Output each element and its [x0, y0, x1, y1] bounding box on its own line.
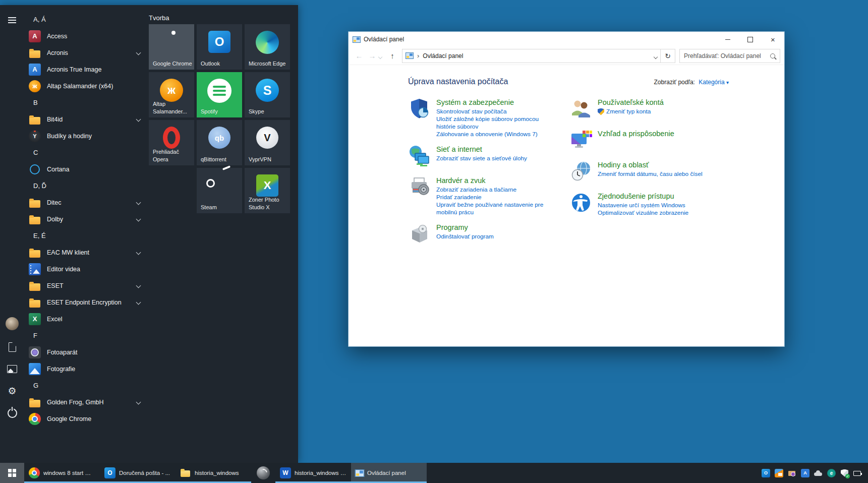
start-app-cortana[interactable]: Cortana	[24, 161, 147, 177]
task-link[interactable]: Pridať zariadenie	[436, 194, 556, 201]
network-globe-icon[interactable]	[408, 144, 431, 169]
task-link[interactable]: Zmeniť formát dátumu, času alebo čísel	[598, 170, 718, 178]
start-app-dolby[interactable]: Dolby	[24, 211, 147, 227]
task-link-with-shield[interactable]: Zmeniť typ konta	[598, 108, 718, 115]
start-app-acronis-true-image[interactable]: Acronis True Image	[24, 61, 147, 78]
start-app-acronis[interactable]: Acronis	[24, 44, 147, 61]
task-link[interactable]: Optimalizovať vizuálne zobrazenie	[598, 209, 718, 217]
tile-group-title[interactable]: Tvorba	[149, 11, 293, 24]
titlebar[interactable]: Ovládací panel ×	[349, 32, 784, 47]
task-link[interactable]: Zobraziť stav siete a sieťové úlohy	[436, 155, 556, 162]
tray-battery-icon[interactable]	[853, 469, 862, 477]
start-app-eset[interactable]: ESET	[24, 277, 147, 294]
category-title[interactable]: Systém a zabezpečenie	[436, 98, 556, 106]
tile-vyprvpn[interactable]: VVyprVPN	[245, 120, 290, 165]
tray-outlook-icon[interactable]: O	[762, 469, 770, 477]
start-app-alarms-clock[interactable]: Budíky a hodiny	[24, 128, 147, 144]
appearance-monitor-icon[interactable]	[569, 129, 593, 154]
tray-clipboard-icon[interactable]	[788, 469, 796, 477]
tile-google-chrome[interactable]: Google Chrome	[149, 24, 194, 70]
start-app-google-chrome[interactable]: Google Chrome	[24, 410, 147, 427]
taskbar-button-outlook[interactable]: O Doručená pošta - ...	[100, 463, 176, 483]
category-title[interactable]: Programy	[436, 223, 556, 231]
minimize-button[interactable]	[716, 32, 739, 47]
printer-hardware-icon[interactable]	[408, 175, 431, 216]
start-button[interactable]	[0, 463, 24, 483]
start-section-d[interactable]: D, Ď	[24, 177, 147, 194]
start-app-bit4id[interactable]: Bit4id	[24, 111, 147, 128]
breadcrumb-item[interactable]: Ovládací panel	[423, 52, 463, 59]
category-title[interactable]: Používateľské kontá	[598, 98, 718, 106]
breadcrumb[interactable]: › Ovládací panel	[402, 49, 661, 63]
task-link[interactable]: Zobraziť zariadenia a tlačiarne	[436, 186, 556, 194]
category-title[interactable]: Hodiny a oblasť	[598, 161, 718, 169]
taskbar-button-sphere-app[interactable]	[251, 463, 275, 483]
address-dropdown-chevron[interactable]	[654, 51, 657, 61]
tile-skype[interactable]: SSkype	[245, 72, 290, 117]
category-title[interactable]: Sieť a internet	[436, 145, 556, 153]
tile-spotify[interactable]: Spotify	[197, 72, 242, 117]
back-button[interactable]: ←	[353, 51, 366, 60]
start-app-access[interactable]: Access	[24, 28, 147, 44]
up-button[interactable]: ↑	[386, 51, 399, 60]
tile-steam[interactable]: Steam	[197, 168, 242, 213]
start-app-ditec[interactable]: Ditec	[24, 194, 147, 211]
ease-of-access-icon[interactable]	[569, 191, 593, 217]
tray-defender-icon[interactable]	[840, 469, 849, 477]
view-by-value[interactable]: Kategória	[699, 79, 724, 86]
start-app-altap-salamander[interactable]: Altap Salamander (x64)	[24, 78, 147, 94]
recent-pages-chevron[interactable]	[379, 51, 386, 61]
user-account-button[interactable]	[0, 314, 24, 334]
start-section-a[interactable]: A, Á	[24, 11, 147, 28]
tile-zoner-photo-studio[interactable]: XZoner Photo Studio X	[245, 168, 290, 213]
task-link[interactable]: Zálohovanie a obnovenie (Windows 7)	[436, 131, 556, 138]
taskbar-button-explorer[interactable]: historia_windows	[176, 463, 251, 483]
tile-altap-salamander[interactable]: жAltap Salamander...	[149, 72, 194, 117]
tray-altap-icon[interactable]: A	[801, 469, 809, 477]
power-button[interactable]	[0, 403, 24, 423]
task-link[interactable]: Odinštalovať program	[436, 233, 556, 240]
task-link[interactable]: Upraviť bežne používané nastavenie pre m…	[436, 201, 556, 216]
tile-outlook[interactable]: OOutlook	[197, 24, 242, 70]
tile-microsoft-edge[interactable]: Microsoft Edge	[245, 24, 290, 70]
task-link[interactable]: Skontrolovať stav počítača	[436, 108, 556, 115]
tile-opera[interactable]: Prehliadač Opera	[149, 120, 194, 165]
user-accounts-icon[interactable]	[569, 97, 593, 123]
start-app-photos[interactable]: Fotografie	[24, 360, 147, 377]
tile-qbittorrent[interactable]: qbqBittorrent	[197, 120, 242, 165]
forward-button[interactable]: →	[366, 51, 379, 60]
tray-eset-icon[interactable]: e	[827, 469, 836, 477]
taskbar-button-chrome[interactable]: windows 8 start me...	[24, 463, 100, 483]
start-section-e[interactable]: E, É	[24, 227, 147, 244]
programs-box-icon[interactable]	[408, 222, 431, 248]
maximize-button[interactable]	[739, 32, 762, 47]
taskbar-button-word[interactable]: W historia_windows - ...	[275, 463, 351, 483]
tray-onedrive-icon[interactable]	[814, 469, 823, 477]
start-app-video-editor[interactable]: Editor videa	[24, 261, 147, 277]
start-app-excel[interactable]: Excel	[24, 311, 147, 327]
refresh-button[interactable]: ↻	[661, 49, 675, 63]
clock-globe-icon[interactable]	[569, 160, 593, 185]
view-by-control[interactable]: Zobraziť podľa: Kategória ▾	[654, 79, 729, 86]
start-section-f[interactable]: F	[24, 327, 147, 344]
task-link[interactable]: Uložiť záložné kópie súborov pomocou his…	[436, 115, 556, 131]
start-app-golden-frog[interactable]: Golden Frog, GmbH	[24, 394, 147, 410]
tray-mail-alert-icon[interactable]	[775, 469, 783, 477]
pictures-button[interactable]	[0, 359, 24, 379]
settings-button[interactable]: ⚙	[0, 381, 24, 401]
taskbar-button-control-panel[interactable]: Ovládací panel	[351, 463, 427, 483]
expand-menu-button[interactable]	[0, 10, 24, 30]
start-app-eac-mw-klient[interactable]: EAC MW klient	[24, 244, 147, 261]
start-section-g[interactable]: G	[24, 377, 147, 394]
security-shield-icon[interactable]	[408, 97, 431, 138]
task-link[interactable]: Zmeniť typ konta	[606, 108, 651, 115]
start-app-eset-endpoint-encryption[interactable]: ESET Endpoint Encryption	[24, 294, 147, 311]
search-input[interactable]	[683, 52, 770, 60]
start-section-b[interactable]: B	[24, 94, 147, 111]
category-title[interactable]: Zjednodušenie prístupu	[598, 192, 718, 200]
start-section-c[interactable]: C	[24, 144, 147, 161]
task-link[interactable]: Nastavenie určí systém Windows	[598, 202, 718, 209]
start-app-camera[interactable]: Fotoaparát	[24, 344, 147, 360]
category-title[interactable]: Hardvér a zvuk	[436, 176, 556, 185]
close-button[interactable]: ×	[762, 32, 784, 47]
